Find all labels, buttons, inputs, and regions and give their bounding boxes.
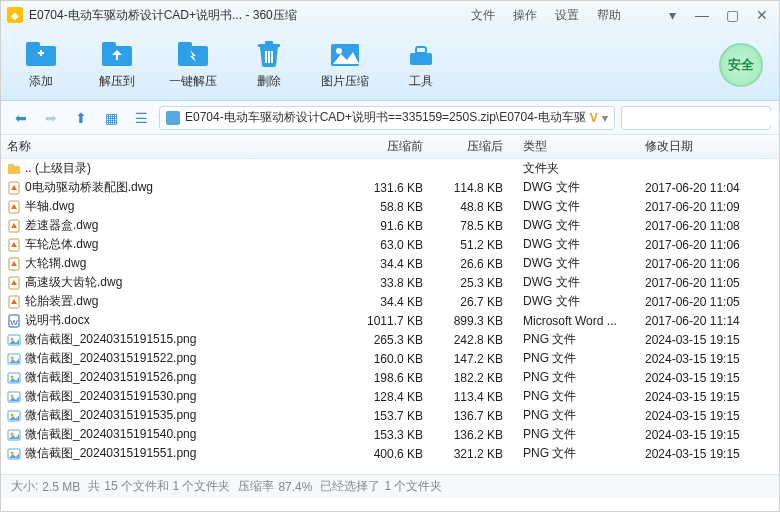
file-size-after: 242.8 KB <box>429 333 509 347</box>
file-name: 轮胎装置.dwg <box>25 293 98 310</box>
back-button[interactable]: ⬅ <box>9 106 33 130</box>
dropdown-icon[interactable]: ▾ <box>661 7 683 23</box>
file-name: 微信截图_20240315191522.png <box>25 350 196 367</box>
file-name: 微信截图_20240315191515.png <box>25 331 196 348</box>
file-size-after: 78.5 KB <box>429 219 509 233</box>
file-row[interactable]: 微信截图_20240315191515.png265.3 KB242.8 KBP… <box>1 330 779 349</box>
file-type: PNG 文件 <box>509 369 639 386</box>
status-ratio: 87.4% <box>278 480 312 494</box>
file-date: 2024-03-15 19:15 <box>639 333 779 347</box>
view-list-button[interactable]: ☰ <box>129 106 153 130</box>
file-type: PNG 文件 <box>509 388 639 405</box>
file-list: .. (上级目录)文件夹0电动驱动桥装配图.dwg131.6 KB114.8 K… <box>1 159 779 474</box>
file-size-before: 160.0 KB <box>349 352 429 366</box>
file-size-after: 136.2 KB <box>429 428 509 442</box>
file-row[interactable]: 高速级大齿轮.dwg33.8 KB25.3 KBDWG 文件2017-06-20… <box>1 273 779 292</box>
imgcompress-button[interactable]: 图片压缩 <box>319 39 371 90</box>
maximize-button[interactable]: ▢ <box>721 7 743 23</box>
close-button[interactable]: ✕ <box>751 7 773 23</box>
col-before[interactable]: 压缩前 <box>349 138 429 155</box>
file-icon <box>7 409 21 423</box>
menu-settings[interactable]: 设置 <box>555 7 579 24</box>
svg-point-39 <box>11 432 14 435</box>
file-row[interactable]: 微信截图_20240315191551.png400.6 KB321.2 KBP… <box>1 444 779 463</box>
col-type[interactable]: 类型 <box>509 138 639 155</box>
file-row[interactable]: 微信截图_20240315191535.png153.7 KB136.7 KBP… <box>1 406 779 425</box>
titlebar: ◆ E0704-电动车驱动桥设计CAD+说明书... - 360压缩 文件 操作… <box>1 1 779 29</box>
tools-button[interactable]: 工具 <box>395 39 447 90</box>
chevron-down-icon[interactable]: ▾ <box>602 111 608 125</box>
file-type: PNG 文件 <box>509 426 639 443</box>
file-size-before: 128.4 KB <box>349 390 429 404</box>
search-box[interactable]: 🔍 <box>621 106 771 130</box>
file-size-after: 113.4 KB <box>429 390 509 404</box>
file-date: 2017-06-20 11:05 <box>639 295 779 309</box>
menu-file[interactable]: 文件 <box>471 7 495 24</box>
file-row[interactable]: 0电动驱动桥装配图.dwg131.6 KB114.8 KBDWG 文件2017-… <box>1 178 779 197</box>
file-name: 微信截图_20240315191551.png <box>25 445 196 462</box>
minimize-button[interactable]: — <box>691 7 713 23</box>
file-icon <box>7 428 21 442</box>
forward-button[interactable]: ➡ <box>39 106 63 130</box>
file-icon <box>7 371 21 385</box>
file-icon <box>7 200 21 214</box>
col-after[interactable]: 压缩后 <box>429 138 509 155</box>
svg-point-33 <box>11 375 14 378</box>
file-name: .. (上级目录) <box>25 160 91 177</box>
archive-icon <box>166 111 180 125</box>
file-row[interactable]: 车轮总体.dwg63.0 KB51.2 KBDWG 文件2017-06-20 1… <box>1 235 779 254</box>
file-row[interactable]: 微信截图_20240315191522.png160.0 KB147.2 KBP… <box>1 349 779 368</box>
file-row[interactable]: 微信截图_20240315191540.png153.3 KB136.2 KBP… <box>1 425 779 444</box>
extract-button[interactable]: 解压到 <box>91 39 143 90</box>
imgcompress-label: 图片压缩 <box>321 73 369 90</box>
status-bar: 大小: 2.5 MB 共 15 个文件和 1 个文件夹 压缩率 87.4% 已经… <box>1 474 779 498</box>
status-ratio-label: 压缩率 <box>238 478 274 495</box>
file-type: DWG 文件 <box>509 255 639 272</box>
delete-icon <box>251 39 287 69</box>
file-date: 2017-06-20 11:08 <box>639 219 779 233</box>
path-bar[interactable]: E0704-电动车驱动桥设计CAD+说明书==335159=250S.zip\E… <box>159 106 615 130</box>
file-date: 2017-06-20 11:05 <box>639 276 779 290</box>
file-size-before: 63.0 KB <box>349 238 429 252</box>
file-size-before: 91.6 KB <box>349 219 429 233</box>
file-type: Microsoft Word ... <box>509 314 639 328</box>
file-icon <box>7 295 21 309</box>
file-size-after: 899.3 KB <box>429 314 509 328</box>
vip-badge: V <box>590 111 598 125</box>
file-date: 2024-03-15 19:15 <box>639 352 779 366</box>
oneclick-button[interactable]: 一键解压 <box>167 39 219 90</box>
file-date: 2024-03-15 19:15 <box>639 409 779 423</box>
file-date: 2024-03-15 19:15 <box>639 371 779 385</box>
file-row[interactable]: 大轮辋.dwg34.4 KB26.6 KBDWG 文件2017-06-20 11… <box>1 254 779 273</box>
file-size-after: 51.2 KB <box>429 238 509 252</box>
file-name: 车轮总体.dwg <box>25 236 98 253</box>
file-row[interactable]: 微信截图_20240315191530.png128.4 KB113.4 KBP… <box>1 387 779 406</box>
svg-rect-18 <box>8 164 14 168</box>
file-type: PNG 文件 <box>509 350 639 367</box>
search-input[interactable] <box>628 111 778 125</box>
delete-button[interactable]: 删除 <box>243 39 295 90</box>
file-row[interactable]: 轮胎装置.dwg34.4 KB26.7 KBDWG 文件2017-06-20 1… <box>1 292 779 311</box>
add-button[interactable]: 添加 <box>15 39 67 90</box>
col-date[interactable]: 修改日期 <box>639 138 779 155</box>
delete-label: 删除 <box>257 73 281 90</box>
file-row[interactable]: 差速器盒.dwg91.6 KB78.5 KBDWG 文件2017-06-20 1… <box>1 216 779 235</box>
file-row[interactable]: 微信截图_20240315191526.png198.6 KB182.2 KBP… <box>1 368 779 387</box>
file-row[interactable]: W说明书.docx1011.7 KB899.3 KBMicrosoft Word… <box>1 311 779 330</box>
safe-badge[interactable]: 安全 <box>719 43 763 87</box>
menu-help[interactable]: 帮助 <box>597 7 621 24</box>
col-name[interactable]: 名称 <box>1 138 349 155</box>
status-selected: 1 个文件夹 <box>384 478 442 495</box>
file-type: DWG 文件 <box>509 274 639 291</box>
menu-operate[interactable]: 操作 <box>513 7 537 24</box>
svg-point-31 <box>11 356 14 359</box>
svg-rect-12 <box>271 51 273 63</box>
file-row[interactable]: .. (上级目录)文件夹 <box>1 159 779 178</box>
view-icons-button[interactable]: ▦ <box>99 106 123 130</box>
file-type: DWG 文件 <box>509 217 639 234</box>
file-row[interactable]: 半轴.dwg58.8 KB48.8 KBDWG 文件2017-06-20 11:… <box>1 197 779 216</box>
file-type: PNG 文件 <box>509 445 639 462</box>
svg-point-14 <box>336 48 342 54</box>
up-button[interactable]: ⬆ <box>69 106 93 130</box>
file-size-after: 48.8 KB <box>429 200 509 214</box>
